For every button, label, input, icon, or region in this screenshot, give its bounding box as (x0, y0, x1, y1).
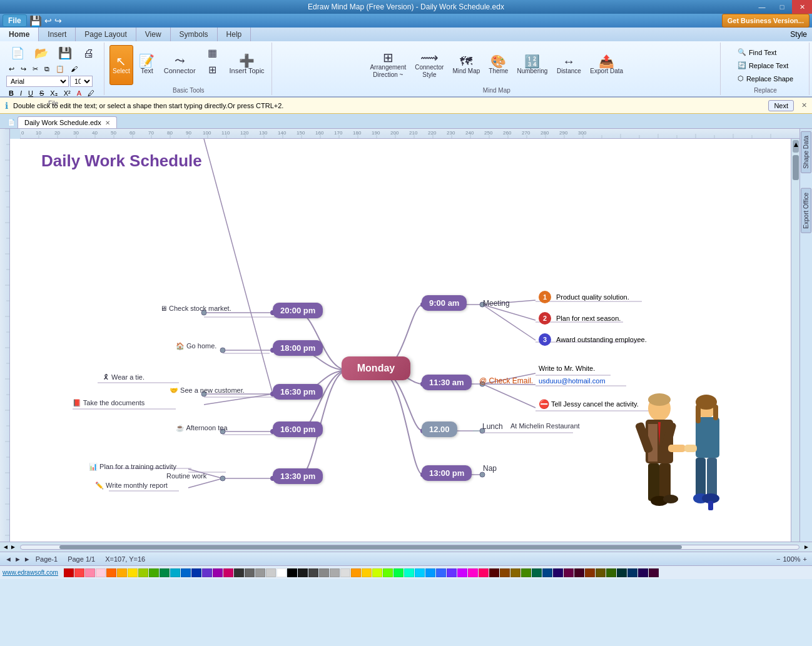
color-swatch[interactable] (521, 568, 531, 577)
color-swatch[interactable] (106, 568, 116, 577)
color-swatch[interactable] (96, 568, 106, 577)
horizontal-scrollbar[interactable]: ◄ ► ► (0, 542, 812, 552)
color-swatch[interactable] (245, 568, 255, 577)
color-swatch[interactable] (138, 568, 148, 577)
color-swatch[interactable] (223, 568, 233, 577)
replace-text-button[interactable]: 🔄 Replace Text (734, 59, 791, 71)
color-swatch[interactable] (457, 568, 467, 577)
info-close-icon[interactable]: ✕ (801, 101, 807, 109)
font-size-selector[interactable]: 10 (70, 76, 93, 87)
color-swatch[interactable] (393, 568, 403, 577)
color-swatch[interactable] (436, 568, 446, 577)
h-scroll-right[interactable]: ► (10, 543, 16, 550)
color-swatch[interactable] (500, 568, 510, 577)
color-swatch[interactable] (234, 568, 244, 577)
save-button[interactable]: 💾 (54, 45, 76, 63)
color-swatch[interactable] (255, 568, 265, 577)
color-swatch[interactable] (425, 568, 435, 577)
center-node-monday[interactable]: Monday (342, 356, 410, 380)
color-swatch[interactable] (149, 568, 159, 577)
canvas[interactable]: Daily Work Schedule (10, 139, 791, 542)
time-node-2000[interactable]: 20:00 pm (273, 303, 323, 318)
highlight-button[interactable]: 🖊 (85, 88, 97, 98)
color-swatch[interactable] (319, 568, 329, 577)
subscript-button[interactable]: X₂ (48, 88, 59, 99)
tab-home[interactable]: Home (0, 28, 39, 41)
time-node-1200[interactable]: 12.00 (422, 421, 457, 437)
color-swatch[interactable] (330, 568, 340, 577)
color-swatch[interactable] (404, 568, 414, 577)
tab-view[interactable]: View (136, 28, 171, 41)
next-button[interactable]: Next (768, 100, 794, 111)
h-scroll-left[interactable]: ◄ (3, 543, 9, 550)
quick-undo-icon[interactable]: ↩ (44, 16, 52, 26)
font-selector[interactable]: Arial (6, 76, 69, 87)
zoom-out-btn[interactable]: − (776, 555, 780, 563)
connector-button[interactable]: ⤳ Connector (161, 45, 199, 85)
color-swatch[interactable] (181, 568, 191, 577)
time-node-1600[interactable]: 16:00 pm (273, 421, 323, 437)
color-swatch[interactable] (213, 568, 223, 577)
vertical-scrollbar[interactable]: ▲ (791, 139, 799, 542)
color-swatch[interactable] (287, 568, 297, 577)
color-swatch[interactable] (510, 568, 520, 577)
h-scrollbar-track[interactable] (20, 545, 799, 550)
color-swatch[interactable] (85, 568, 95, 577)
print-button[interactable]: 🖨 (78, 45, 100, 63)
tab-help[interactable]: Help (218, 28, 251, 41)
quick-save-icon[interactable]: 💾 (29, 15, 42, 27)
mind-map-button[interactable]: 🗺 Mind Map (449, 45, 483, 85)
page-play-btn[interactable]: ► (14, 555, 21, 563)
time-node-900[interactable]: 9:00 am (422, 295, 467, 311)
redo-button[interactable]: ↪ (18, 64, 29, 74)
color-swatch[interactable] (564, 568, 574, 577)
color-swatch[interactable] (170, 568, 180, 577)
arrangement-button[interactable]: ⊞ Arrangement Direction ~ (367, 45, 409, 85)
tab-page-layout[interactable]: Page Layout (76, 28, 136, 41)
scroll-thumb[interactable] (793, 155, 799, 180)
numbering-button[interactable]: 🔢 Numbering (514, 45, 551, 85)
color-swatch[interactable] (649, 568, 659, 577)
theme-button[interactable]: 🎨 Theme (485, 45, 511, 85)
tab-symbols[interactable]: Symbols (171, 28, 218, 41)
color-swatch[interactable] (627, 568, 637, 577)
bold-button[interactable]: B (6, 88, 16, 98)
color-swatch[interactable] (415, 568, 425, 577)
page-next-btn[interactable]: ► (24, 555, 31, 563)
tab-insert[interactable]: Insert (39, 28, 76, 41)
color-swatch[interactable] (596, 568, 606, 577)
strikethrough-button[interactable]: S (37, 88, 46, 98)
paste-button[interactable]: 📋 (53, 64, 67, 74)
color-swatch[interactable] (372, 568, 382, 577)
h-scroll-right2[interactable]: ► (803, 543, 809, 550)
format-painter-button[interactable]: 🖌 (68, 64, 80, 74)
file-menu-button[interactable]: File (3, 14, 27, 27)
small-tool-2[interactable]: ⊞ (201, 62, 224, 78)
distance-button[interactable]: ↔ Distance (553, 45, 584, 85)
color-swatch[interactable] (191, 568, 201, 577)
color-swatch[interactable] (351, 568, 361, 577)
color-swatch[interactable] (383, 568, 393, 577)
minimize-button[interactable]: — (752, 0, 772, 14)
color-swatch[interactable] (340, 568, 350, 577)
text-button[interactable]: 📝 Text (136, 45, 158, 85)
underline-button[interactable]: U (26, 88, 36, 98)
new-button[interactable]: 📄 (6, 45, 29, 63)
color-swatch[interactable] (308, 568, 318, 577)
connector-style-button[interactable]: ⟿ Connector Style (412, 45, 447, 85)
replace-shape-button[interactable]: ⬡ Replace Shape (734, 73, 796, 84)
open-button[interactable]: 📂 (30, 45, 53, 63)
copy-button[interactable]: ⧉ (42, 64, 52, 74)
time-node-1800[interactable]: 18:00 pm (273, 340, 323, 356)
time-node-1630[interactable]: 16:30 pm (273, 384, 323, 400)
zoom-in-btn[interactable]: + (803, 555, 807, 563)
color-swatch[interactable] (606, 568, 616, 577)
doc-tab[interactable]: Daily Work Schedule.edx ✕ (18, 116, 117, 128)
color-swatch[interactable] (468, 568, 478, 577)
font-color-button[interactable]: A (74, 88, 84, 98)
color-swatch[interactable] (277, 568, 287, 577)
get-business-button[interactable]: Get Business Version... (722, 14, 809, 28)
doc-tab-close[interactable]: ✕ (105, 119, 110, 126)
insert-topic-button[interactable]: ➕ Insert Topic (226, 45, 268, 85)
find-text-button[interactable]: 🔍 Find Text (734, 46, 779, 58)
